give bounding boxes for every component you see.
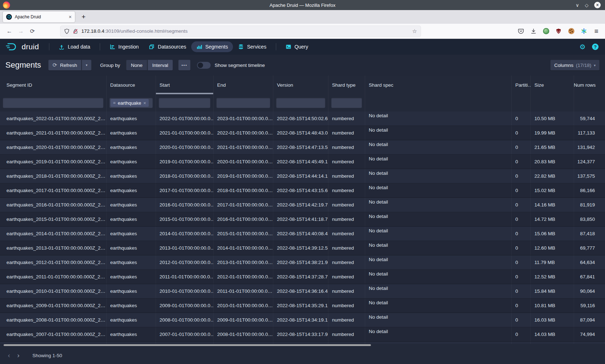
segment-id-filter-input[interactable] [3, 98, 103, 108]
cell-shard-spec: No detail [365, 255, 512, 269]
cell-segment-id: earthquakes_2014-01-01T00:00:00.000Z_2… [0, 227, 107, 241]
column-header-version[interactable]: Version [273, 76, 328, 94]
segment-timeline-toggle[interactable] [197, 62, 211, 69]
url-bar[interactable]: 172.18.0.4:30109/unified-console.html#se… [60, 26, 421, 37]
cell-version: 2022-08-15T14:44:14.1… [273, 169, 328, 183]
cell-shard-type: numbered [328, 227, 365, 241]
help-icon[interactable]: ? [592, 44, 599, 50]
group-by-none-button[interactable]: None [126, 60, 147, 70]
cell-shard-type: numbered [328, 126, 365, 140]
nav-item-services[interactable]: Services [233, 41, 272, 52]
column-header-end[interactable]: End [214, 76, 273, 94]
browser-tab[interactable]: Apache Druid × [3, 12, 75, 22]
pocket-icon[interactable] [516, 26, 526, 36]
cell-size: 11.79 MB [531, 255, 574, 269]
table-row[interactable]: earthquakes_2021-01-01T00:00:00.000Z_2… … [0, 126, 605, 140]
column-header-shard-spec[interactable]: Shard spec [365, 76, 512, 94]
datasource-filter-tag[interactable]: = earthquake × [111, 99, 149, 107]
privacy-extension-icon[interactable] [541, 26, 551, 36]
table-row[interactable]: earthquakes_2015-01-01T00:00:00.000Z_2… … [0, 212, 605, 227]
cell-version: 2022-08-15T14:50:02.6… [273, 112, 328, 126]
nav-item-ingestion[interactable]: Ingestion [104, 41, 144, 52]
nav-item-query[interactable]: Query [281, 41, 313, 52]
nav-item-datasources[interactable]: Datasources [144, 41, 191, 52]
cell-size: 22.82 MB [531, 169, 574, 183]
table-row[interactable]: earthquakes_2008-01-01T00:00:00.000Z_2… … [0, 313, 605, 327]
forward-button[interactable]: → [15, 26, 27, 37]
shard-type-filter-input[interactable] [331, 98, 362, 108]
downloads-icon[interactable] [528, 26, 538, 36]
column-header-num-rows[interactable]: Num rows [574, 76, 605, 94]
datasource-filter-input[interactable]: = earthquake × [109, 98, 153, 108]
window-minimize-icon[interactable]: ∨ [575, 3, 579, 8]
column-header-shard-type[interactable]: Shard type [328, 76, 365, 94]
shield-icon[interactable] [64, 28, 70, 34]
horizontal-scrollbar-thumb[interactable] [4, 344, 371, 346]
cell-shard-spec: No detail [365, 212, 512, 226]
table-row[interactable]: earthquakes_2017-01-01T00:00:00.000Z_2… … [0, 183, 605, 198]
table-row[interactable]: earthquakes_2018-01-01T00:00:00.000Z_2… … [0, 169, 605, 183]
cell-size: 19.99 MB [531, 126, 574, 140]
refresh-button[interactable]: ⟳ Refresh [48, 60, 81, 70]
cell-end: 2022-01-01T00:00:00.0… [214, 126, 273, 140]
column-header-segment-id[interactable]: Segment ID [0, 76, 107, 94]
end-filter-input[interactable] [216, 98, 270, 108]
table-row[interactable]: earthquakes_2009-01-01T00:00:00.000Z_2… … [0, 299, 605, 313]
ublock-origin-icon[interactable] [554, 26, 564, 36]
refresh-interval-caret-button[interactable]: ▼ [82, 60, 91, 70]
cell-segment-id: earthquakes_2015-01-01T00:00:00.000Z_2… [0, 212, 107, 226]
previous-page-button[interactable]: ‹ [4, 351, 14, 360]
table-row[interactable]: earthquakes_2012-01-01T00:00:00.000Z_2… … [0, 255, 605, 270]
equals-icon: = [113, 100, 116, 105]
column-header-start[interactable]: Start [156, 76, 214, 94]
menu-icon[interactable]: ≡ [591, 26, 601, 36]
table-row[interactable]: earthquakes_2010-01-01T00:00:00.000Z_2… … [0, 284, 605, 299]
datasources-icon [149, 44, 154, 50]
nav-item-label: Services [247, 44, 266, 50]
insecure-lock-icon[interactable] [73, 28, 78, 34]
version-filter-input[interactable] [276, 98, 325, 108]
segment-timeline-label: Show segment timeline [215, 63, 265, 68]
column-header-datasource[interactable]: Datasource [107, 76, 156, 94]
back-button[interactable]: ← [4, 26, 15, 37]
cell-shard-type: numbered [328, 270, 365, 284]
cookie-extension-icon[interactable] [566, 26, 576, 36]
cell-version: 2022-08-15T14:42:19.7… [273, 198, 328, 212]
new-tab-button[interactable]: + [79, 12, 89, 22]
columns-button[interactable]: Columns (17/18) ▾ [550, 60, 600, 70]
sparkle-extension-icon[interactable] [579, 26, 589, 36]
table-row[interactable]: earthquakes_2011-01-01T00:00:00.000Z_2… … [0, 270, 605, 284]
cell-end: 2018-01-01T00:00:00.0… [214, 183, 273, 197]
table-row[interactable]: earthquakes_2020-01-01T00:00:00.000Z_2… … [0, 140, 605, 155]
table-row[interactable]: earthquakes_2014-01-01T00:00:00.000Z_2… … [0, 227, 605, 241]
table-row[interactable]: earthquakes_2013-01-01T00:00:00.000Z_2… … [0, 241, 605, 255]
next-page-button[interactable]: › [14, 351, 23, 360]
nav-item-segments[interactable]: Segments [191, 41, 233, 52]
column-header-size[interactable]: Size [531, 76, 574, 94]
settings-gear-icon[interactable]: ⚙ [579, 44, 586, 50]
table-row[interactable]: earthquakes_2022-01-01T00:00:00.000Z_2… … [0, 112, 605, 126]
start-filter-input[interactable] [159, 98, 210, 108]
remove-filter-icon[interactable]: × [143, 100, 146, 106]
table-row[interactable]: earthquakes_2007-01-01T00:00:00.000Z_2… … [0, 327, 605, 342]
druid-logo[interactable]: druid [5, 42, 39, 51]
window-close-icon[interactable]: × [594, 2, 601, 8]
table-row[interactable]: earthquakes_2019-01-01T00:00:00.000Z_2… … [0, 155, 605, 169]
group-by-interval-button[interactable]: Interval [148, 60, 173, 70]
cell-size: 12.60 MB [531, 241, 574, 255]
nav-item-load-data[interactable]: Load data [54, 41, 95, 52]
cell-start: 2007-01-01T00:00:00.0… [156, 327, 214, 341]
bookmark-star-icon[interactable]: ☆ [412, 28, 417, 35]
cell-shard-spec: No detail [365, 241, 512, 255]
window-maximize-icon[interactable]: ◇ [585, 3, 588, 8]
table-row[interactable]: earthquakes_2016-01-01T00:00:00.000Z_2… … [0, 198, 605, 212]
cell-shard-spec: No detail [365, 227, 512, 241]
cell-start: 2022-01-01T00:00:00.0… [156, 112, 214, 126]
window-controls: ∨ ◇ × [575, 2, 605, 8]
cell-partition: 0 [512, 140, 531, 154]
cell-start: 2016-01-01T00:00:00.0… [156, 198, 214, 212]
more-actions-button[interactable]: ••• [178, 60, 191, 70]
reload-button[interactable]: ⟳ [27, 26, 38, 37]
tab-close-icon[interactable]: × [69, 14, 72, 20]
column-header-partition[interactable]: Partiti… [512, 76, 531, 94]
